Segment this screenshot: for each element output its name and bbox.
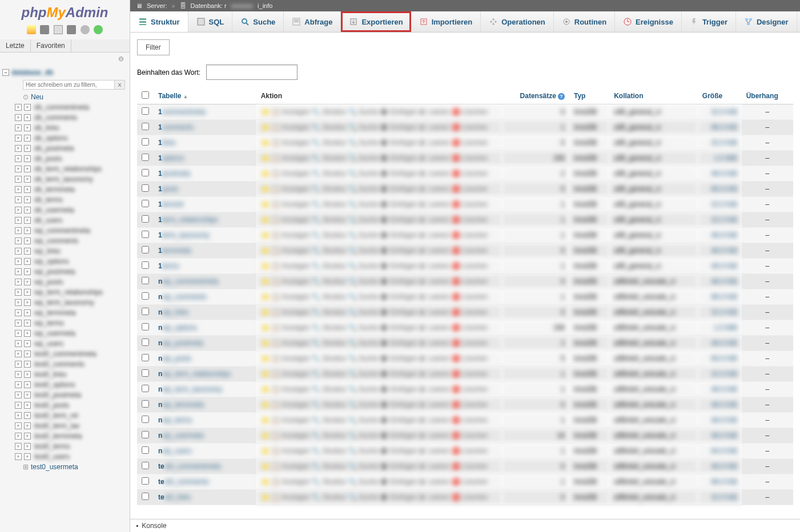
- expand-icon[interactable]: +: [24, 176, 31, 183]
- row-checkbox[interactable]: [142, 261, 149, 269]
- tree-item[interactable]: ++wp_usermeta: [0, 328, 130, 338]
- cell-actions[interactable]: ⭐ 📋 Anzeigen 🔧 Struktur 🔍 Suche ➕ Einfüg…: [256, 289, 502, 305]
- expand-icon[interactable]: +: [24, 402, 31, 409]
- expand-icon[interactable]: +: [24, 196, 31, 203]
- tree-item[interactable]: ++db_postmeta: [0, 143, 130, 154]
- tab-sql[interactable]: SQL: [188, 11, 233, 32]
- home-icon[interactable]: [27, 25, 36, 34]
- tree-item[interactable]: ++wp_postmeta: [0, 267, 130, 277]
- expand-icon[interactable]: +: [24, 207, 31, 213]
- expand-icon[interactable]: +: [15, 124, 22, 131]
- tree-item[interactable]: ++test0_term_rel: [0, 410, 130, 421]
- expand-icon[interactable]: +: [15, 330, 22, 337]
- cell-tablename[interactable]: test0_links: [154, 490, 256, 505]
- row-checkbox[interactable]: [142, 493, 149, 500]
- cell-actions[interactable]: ⭐ 📋 Anzeigen 🔧 Struktur 🔍 Suche ➕ Einfüg…: [256, 104, 502, 120]
- check-all[interactable]: [142, 91, 149, 99]
- tree-item[interactable]: ++wp_options: [0, 256, 130, 267]
- expand-icon[interactable]: +: [24, 186, 31, 193]
- expand-icon[interactable]: +: [15, 207, 22, 213]
- cell-actions[interactable]: ⭐ 📋 Anzeigen 🔧 Struktur 🔍 Suche ➕ Einfüg…: [256, 459, 502, 474]
- tree-item[interactable]: ++wp_terms: [0, 318, 130, 328]
- row-checkbox[interactable]: [142, 323, 149, 331]
- th-tabelle[interactable]: Tabelle▲: [154, 88, 256, 104]
- expand-icon[interactable]: +: [15, 320, 22, 327]
- tree-item[interactable]: ++test0_comments: [0, 359, 130, 369]
- tree-item-last[interactable]: ⊞ test0_usermeta: [0, 462, 130, 472]
- cell-actions[interactable]: ⭐ 📋 Anzeigen 🔧 Struktur 🔍 Suche ➕ Einfüg…: [256, 135, 502, 151]
- expand-icon[interactable]: +: [24, 433, 31, 440]
- cell-actions[interactable]: ⭐ 📋 Anzeigen 🔧 Struktur 🔍 Suche ➕ Einfüg…: [256, 444, 502, 459]
- cell-actions[interactable]: ⭐ 📋 Anzeigen 🔧 Struktur 🔍 Suche ➕ Einfüg…: [256, 120, 502, 135]
- expand-icon[interactable]: +: [24, 422, 31, 429]
- row-checkbox[interactable]: [142, 154, 149, 161]
- tab-importieren[interactable]: Importieren: [411, 11, 481, 32]
- cell-actions[interactable]: ⭐ 📋 Anzeigen 🔧 Struktur 🔍 Suche ➕ Einfüg…: [256, 428, 502, 444]
- cell-tablename[interactable]: nwp_options: [154, 320, 256, 336]
- filter-input[interactable]: [206, 65, 298, 80]
- expand-icon[interactable]: +: [24, 361, 31, 368]
- cell-actions[interactable]: ⭐ 📋 Anzeigen 🔧 Struktur 🔍 Suche ➕ Einfüg…: [256, 320, 502, 336]
- row-checkbox[interactable]: [142, 400, 149, 408]
- console-bar[interactable]: ▪ Konsole: [130, 519, 800, 532]
- tree-item[interactable]: ++wp_links: [0, 246, 130, 256]
- row-checkbox[interactable]: [142, 338, 149, 346]
- tree-item[interactable]: ++db_terms: [0, 195, 130, 205]
- row-checkbox[interactable]: [142, 431, 149, 438]
- expand-icon[interactable]: +: [15, 299, 22, 306]
- cell-actions[interactable]: ⭐ 📋 Anzeigen 🔧 Struktur 🔍 Suche ➕ Einfüg…: [256, 212, 502, 228]
- expand-icon[interactable]: +: [24, 124, 31, 131]
- expand-icon[interactable]: +: [24, 104, 31, 111]
- cell-actions[interactable]: ⭐ 📋 Anzeigen 🔧 Struktur 🔍 Suche ➕ Einfüg…: [256, 228, 502, 243]
- expand-icon[interactable]: +: [15, 371, 22, 378]
- expand-icon[interactable]: +: [24, 340, 31, 347]
- expand-icon[interactable]: +: [24, 299, 31, 306]
- row-checkbox[interactable]: [142, 107, 149, 115]
- expand-icon[interactable]: +: [15, 350, 22, 357]
- tree-filter-clear[interactable]: X: [115, 80, 125, 90]
- expand-icon[interactable]: +: [15, 340, 22, 347]
- tree-root[interactable]: − database_db: [0, 67, 130, 78]
- row-checkbox[interactable]: [142, 416, 149, 423]
- expand-icon[interactable]: +: [15, 268, 22, 275]
- tab-designer[interactable]: Designer: [736, 11, 797, 32]
- tree-item[interactable]: ++wp_posts: [0, 277, 130, 287]
- expand-icon[interactable]: +: [24, 258, 31, 265]
- expand-icon[interactable]: +: [24, 279, 31, 285]
- database-label[interactable]: Datenbank: r: [191, 2, 227, 9]
- collapse-icon[interactable]: ⊖: [0, 53, 130, 65]
- cell-actions[interactable]: ⭐ 📋 Anzeigen 🔧 Struktur 🔍 Suche ➕ Einfüg…: [256, 413, 502, 428]
- cell-actions[interactable]: ⭐ 📋 Anzeigen 🔧 Struktur 🔍 Suche ➕ Einfüg…: [256, 336, 502, 351]
- tree-item[interactable]: ++test0_posts: [0, 400, 130, 410]
- tree-item[interactable]: ++db_links: [0, 123, 130, 133]
- expand-icon[interactable]: +: [24, 412, 31, 419]
- cell-tablename[interactable]: nwp_posts: [154, 351, 256, 366]
- tree-item[interactable]: ++db_usermeta: [0, 205, 130, 215]
- expand-icon[interactable]: +: [24, 392, 31, 398]
- cell-tablename[interactable]: 1commentmeta: [154, 104, 256, 120]
- row-checkbox[interactable]: [142, 477, 149, 485]
- cell-tablename[interactable]: 1terms: [154, 259, 256, 274]
- expand-icon[interactable]: +: [24, 145, 31, 152]
- expand-icon[interactable]: +: [24, 114, 31, 121]
- tree-item[interactable]: ++test0_links: [0, 369, 130, 380]
- row-checkbox[interactable]: [142, 369, 149, 377]
- row-checkbox[interactable]: [142, 462, 149, 469]
- expand-icon[interactable]: +: [15, 279, 22, 285]
- cell-tablename[interactable]: nwp_links: [154, 305, 256, 320]
- row-checkbox[interactable]: [142, 123, 149, 130]
- tree-item[interactable]: ++test0_users: [0, 452, 130, 462]
- expand-icon[interactable]: +: [15, 186, 22, 193]
- row-checkbox[interactable]: [142, 231, 149, 238]
- cell-tablename[interactable]: test0_commentmeta: [154, 459, 256, 474]
- logout-icon[interactable]: [40, 25, 49, 34]
- expand-icon[interactable]: +: [24, 289, 31, 296]
- cell-tablename[interactable]: 1comments: [154, 120, 256, 135]
- expand-icon[interactable]: +: [15, 381, 22, 388]
- expand-icon[interactable]: +: [24, 166, 31, 172]
- cell-actions[interactable]: ⭐ 📋 Anzeigen 🔧 Struktur 🔍 Suche ➕ Einfüg…: [256, 397, 502, 413]
- cell-tablename[interactable]: nwp_term_relationships: [154, 366, 256, 382]
- cell-tablename[interactable]: nwp_commentmeta: [154, 274, 256, 289]
- tree-item[interactable]: ++test0_options: [0, 380, 130, 390]
- expand-icon[interactable]: +: [15, 155, 22, 162]
